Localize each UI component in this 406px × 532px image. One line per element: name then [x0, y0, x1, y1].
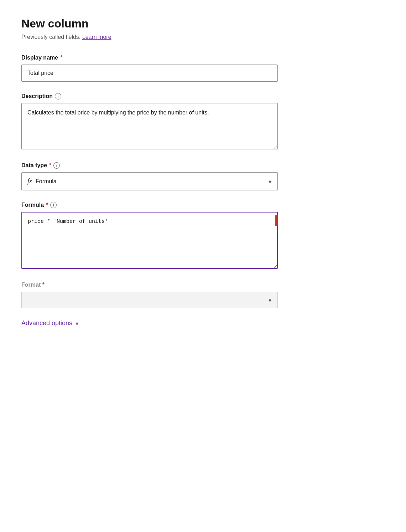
learn-more-link[interactable]: Learn more: [82, 34, 111, 40]
advanced-options-chevron-icon: ∨: [75, 321, 79, 326]
data-type-label-text: Data type: [21, 162, 47, 169]
format-label-text: Format: [21, 282, 41, 288]
display-name-label: Display name *: [21, 55, 278, 61]
page-subtitle: Previously called fields. Learn more: [21, 34, 385, 40]
advanced-options-row[interactable]: Advanced options ∨: [21, 319, 385, 327]
description-label: Description i: [21, 93, 278, 99]
formula-label-text: Formula: [21, 202, 44, 208]
page-title: New column: [21, 17, 385, 30]
data-type-label: Data type * i: [21, 162, 278, 169]
format-required: *: [42, 282, 45, 288]
formula-info-icon[interactable]: i: [50, 202, 57, 208]
data-type-required: *: [49, 162, 51, 169]
fx-icon: fx: [27, 178, 32, 185]
formula-input-wrapper: price * 'Number of units': [21, 212, 278, 270]
formula-label: Formula * i: [21, 202, 278, 208]
display-name-required: *: [60, 55, 62, 61]
formula-required: *: [46, 202, 48, 208]
description-input[interactable]: Calculates the total price by multiplyin…: [21, 103, 278, 149]
description-section: Description i Calculates the total price…: [21, 93, 278, 151]
format-chevron-icon: ∨: [268, 297, 272, 303]
subtitle-text: Previously called fields.: [21, 34, 80, 40]
data-type-select[interactable]: fx Formula ∨: [21, 172, 278, 190]
description-info-icon[interactable]: i: [55, 93, 61, 99]
format-select[interactable]: ∨: [21, 292, 278, 308]
format-label: Format *: [21, 282, 385, 288]
formula-input[interactable]: price * 'Number of units': [21, 212, 278, 269]
advanced-options-label: Advanced options: [21, 319, 72, 327]
formula-section: Formula * i price * 'Number of units': [21, 202, 278, 270]
formula-error-indicator: [275, 215, 278, 226]
format-section: Format * ∨: [21, 282, 385, 308]
data-type-select-left: fx Formula: [27, 178, 57, 185]
data-type-info-icon[interactable]: i: [53, 162, 60, 169]
data-type-select-wrapper: fx Formula ∨: [21, 172, 278, 190]
data-type-chevron-icon: ∨: [268, 179, 272, 184]
display-name-section: Display name *: [21, 55, 278, 82]
description-label-text: Description: [21, 93, 53, 99]
data-type-value: Formula: [36, 178, 57, 185]
display-name-label-text: Display name: [21, 55, 58, 61]
display-name-input[interactable]: [21, 65, 278, 82]
data-type-section: Data type * i fx Formula ∨: [21, 162, 278, 190]
